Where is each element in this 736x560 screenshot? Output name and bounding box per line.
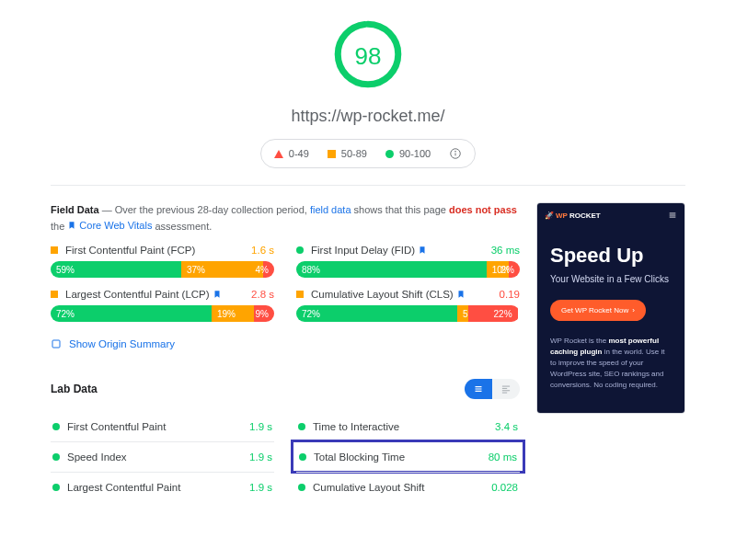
- expand-icon: [51, 338, 62, 349]
- legend-good: 90-100: [385, 148, 431, 159]
- status-marker-icon: [52, 484, 60, 491]
- hamburger-icon: [668, 211, 677, 220]
- dist-poor: 4%: [263, 261, 274, 278]
- lab-metric-name: Speed Index: [67, 451, 127, 463]
- score-legend: 0-49 50-89 90-100: [260, 139, 476, 168]
- distribution-bar: 72% 19% 9%: [51, 305, 274, 322]
- lab-metric-row[interactable]: Cumulative Layout Shift 0.028: [296, 472, 520, 502]
- field-data-link[interactable]: field data: [310, 204, 351, 215]
- circle-icon: [385, 150, 394, 158]
- show-origin-summary-link[interactable]: Show Origin Summary: [51, 338, 175, 349]
- phone-headline: Speed Up: [550, 244, 672, 268]
- field-metric: First Contentful Paint (FCP) 1.6 s 59% 3…: [51, 245, 274, 278]
- bookmark-icon: [213, 290, 222, 299]
- dist-poor: 2%: [509, 261, 520, 278]
- distribution-bar: 88% 10% 2%: [296, 261, 520, 278]
- status-marker-icon: [298, 423, 305, 430]
- toggle-compact[interactable]: [465, 379, 492, 399]
- status-marker-icon: [51, 291, 58, 298]
- dist-avg: 19%: [212, 305, 254, 322]
- phone-navbar: 🚀WP ROCKET: [537, 203, 684, 227]
- lab-data-title: Lab Data: [51, 383, 98, 395]
- page-url: https://wp-rocket.me/: [51, 107, 685, 126]
- status-marker-icon: [298, 484, 305, 491]
- lab-data-header: Lab Data: [51, 379, 520, 399]
- phone-mockup: 🚀WP ROCKET Speed Up Your Website in a Fe…: [536, 202, 685, 502]
- view-toggle[interactable]: [465, 379, 520, 399]
- lab-metric-name: First Contentful Paint: [67, 421, 166, 432]
- score-gauge-section: 98 https://wp-rocket.me/ 0-49 50-89 90-1…: [51, 18, 685, 168]
- list-compact-icon: [472, 383, 485, 395]
- field-data-header: Field Data — Over the previous 28-day co…: [51, 202, 520, 234]
- field-metrics-grid: First Contentful Paint (FCP) 1.6 s 59% 3…: [51, 245, 520, 322]
- legend-avg: 50-89: [328, 148, 367, 159]
- lab-metric-row[interactable]: First Contentful Paint 1.9 s: [51, 412, 274, 441]
- metric-name: Cumulative Layout Shift (CLS): [311, 289, 454, 300]
- does-not-pass-label: does not pass: [449, 204, 517, 215]
- dist-good: 88%: [296, 261, 487, 278]
- info-icon[interactable]: [449, 147, 462, 160]
- status-marker-icon: [299, 453, 306, 461]
- bookmark-icon: [418, 246, 427, 255]
- lab-metric-name: Total Blocking Time: [314, 451, 405, 463]
- phone-cta-button: Get WP Rocket Now›: [550, 300, 646, 321]
- phone-description: WP Rocket is the most powerful caching p…: [550, 336, 672, 391]
- square-icon: [328, 150, 336, 158]
- distribution-bar: 72% 5% 22%: [296, 305, 520, 322]
- score-gauge: 98: [332, 18, 404, 94]
- dist-poor: 22%: [468, 305, 517, 322]
- lab-metric-row[interactable]: Total Blocking Time 80 ms: [291, 440, 525, 474]
- lab-metric-value: 3.4 s: [495, 421, 518, 432]
- list-expanded-icon: [500, 383, 512, 395]
- bookmark-icon: [456, 290, 466, 299]
- bookmark-icon: [67, 221, 76, 230]
- lab-metric-value: 1.9 s: [249, 482, 272, 493]
- lab-metric-row[interactable]: Speed Index 1.9 s: [51, 441, 274, 472]
- lab-metric-name: Time to Interactive: [313, 421, 399, 432]
- score-number: 98: [355, 42, 382, 71]
- distribution-bar: 59% 37% 4%: [51, 261, 274, 278]
- metric-value: 0.19: [500, 289, 520, 300]
- lab-metric-value: 80 ms: [489, 451, 517, 463]
- legend-poor: 0-49: [274, 148, 309, 159]
- field-data-title: Field Data: [51, 204, 99, 215]
- lab-metric-value: 1.9 s: [249, 421, 272, 432]
- status-marker-icon: [52, 453, 60, 461]
- field-metric: Cumulative Layout Shift (CLS) 0.19 72% 5…: [296, 289, 520, 322]
- core-web-vitals-link[interactable]: Core Web Vitals: [67, 218, 152, 234]
- metric-name: Largest Contentful Paint (LCP): [65, 289, 210, 300]
- lab-metric-value: 0.028: [491, 482, 518, 493]
- field-metric: Largest Contentful Paint (LCP) 2.8 s 72%…: [51, 289, 274, 322]
- dist-good: 72%: [51, 305, 212, 322]
- wp-rocket-logo: 🚀WP ROCKET: [545, 211, 601, 220]
- dist-avg: 5%: [457, 305, 468, 322]
- lab-metric-row[interactable]: Time to Interactive 3.4 s: [296, 412, 520, 441]
- status-marker-icon: [51, 246, 58, 254]
- metric-value: 1.6 s: [251, 245, 274, 256]
- svg-rect-5: [52, 340, 60, 348]
- status-marker-icon: [296, 291, 304, 298]
- lab-metric-row[interactable]: Largest Contentful Paint 1.9 s: [51, 472, 274, 502]
- dist-good: 59%: [51, 261, 181, 278]
- metric-value: 2.8 s: [251, 289, 274, 300]
- dist-poor: 9%: [254, 305, 274, 322]
- lab-metric-name: Largest Contentful Paint: [67, 482, 180, 493]
- status-marker-icon: [296, 246, 304, 254]
- status-marker-icon: [52, 423, 60, 430]
- section-divider: [51, 185, 685, 186]
- triangle-icon: [274, 150, 283, 158]
- metric-value: 36 ms: [491, 245, 520, 256]
- metric-name: First Contentful Paint (FCP): [65, 245, 195, 256]
- lab-metrics-grid: First Contentful Paint 1.9 s Time to Int…: [51, 412, 520, 502]
- svg-point-4: [455, 151, 456, 152]
- field-metric: First Input Delay (FID) 36 ms 88% 10% 2%: [296, 245, 520, 278]
- lab-metric-name: Cumulative Layout Shift: [313, 482, 424, 493]
- phone-tagline: Your Website in a Few Clicks: [550, 273, 672, 285]
- toggle-expanded[interactable]: [492, 379, 520, 399]
- dist-good: 72%: [296, 305, 457, 322]
- lab-metric-value: 1.9 s: [249, 451, 272, 463]
- metric-name: First Input Delay (FID): [311, 245, 415, 256]
- dist-avg: 37%: [181, 261, 263, 278]
